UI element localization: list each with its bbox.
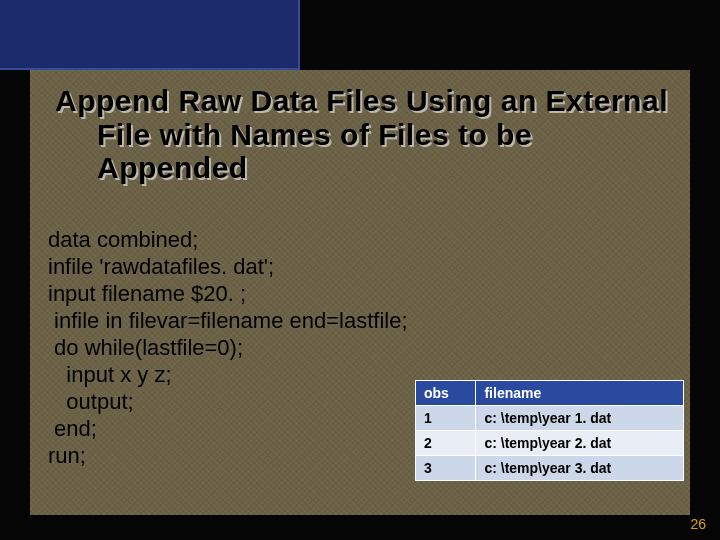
- title-line-1: Append Raw Data Files Using an External: [55, 84, 668, 117]
- slide: Append Raw Data Files Using an External …: [0, 0, 720, 540]
- table-row: 1 c: \temp\year 1. dat: [416, 406, 684, 431]
- filenames-table: obs filename 1 c: \temp\year 1. dat 2 c:…: [415, 380, 684, 481]
- title-line-3: Appended: [97, 151, 695, 185]
- code-line: end;: [48, 416, 97, 441]
- code-line: output;: [48, 389, 134, 414]
- table-cell-filename: c: \temp\year 3. dat: [476, 456, 684, 481]
- code-line: data combined;: [48, 227, 198, 252]
- table-cell-obs: 1: [416, 406, 476, 431]
- code-line: infile 'rawdatafiles. dat';: [48, 254, 274, 279]
- table-cell-filename: c: \temp\year 2. dat: [476, 431, 684, 456]
- slide-title: Append Raw Data Files Using an External …: [55, 84, 695, 185]
- title-line-2: File with Names of Files to be: [97, 118, 695, 152]
- table-header-filename: filename: [476, 381, 684, 406]
- page-number: 26: [690, 516, 706, 532]
- table-row: 2 c: \temp\year 2. dat: [416, 431, 684, 456]
- code-line: infile in filevar=filename end=lastfile;: [48, 308, 408, 333]
- code-line: do while(lastfile=0);: [48, 335, 243, 360]
- table-cell-filename: c: \temp\year 1. dat: [476, 406, 684, 431]
- table-cell-obs: 2: [416, 431, 476, 456]
- table-header-row: obs filename: [416, 381, 684, 406]
- code-line: input x y z;: [48, 362, 172, 387]
- table-row: 3 c: \temp\year 3. dat: [416, 456, 684, 481]
- header-band: [0, 0, 300, 70]
- table-header-obs: obs: [416, 381, 476, 406]
- code-line: input filename $20. ;: [48, 281, 246, 306]
- code-line: run;: [48, 443, 86, 468]
- table-cell-obs: 3: [416, 456, 476, 481]
